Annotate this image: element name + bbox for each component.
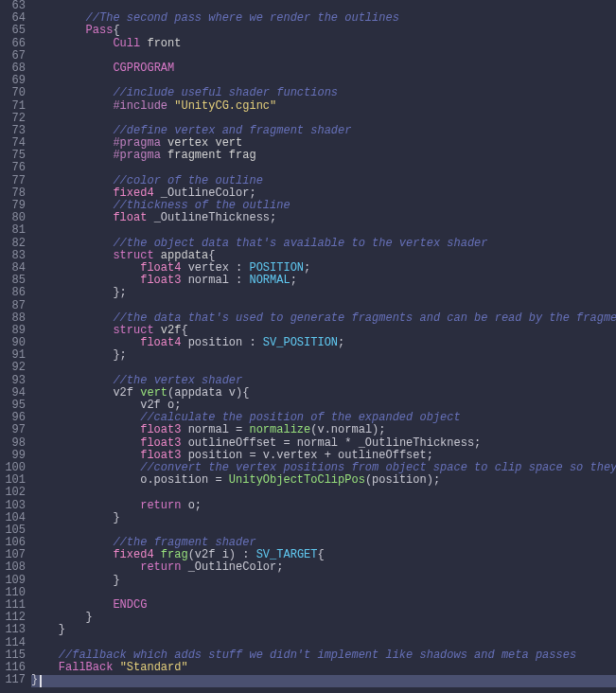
token-sp — [31, 249, 113, 262]
code-line[interactable] — [31, 637, 616, 649]
token-semantic: SV_POSITION — [263, 336, 338, 349]
code-line[interactable]: struct appdata{ — [31, 250, 616, 262]
code-line[interactable] — [31, 300, 616, 312]
code-line[interactable]: CGPROGRAM — [31, 62, 616, 75]
token-keyword: struct — [113, 249, 153, 262]
code-line[interactable]: ENDCG — [31, 599, 616, 612]
token-ident: vertex vert — [167, 136, 242, 150]
token-comment: //the data that's used to generate fragm… — [113, 311, 616, 325]
token-type: float3 — [140, 423, 181, 436]
token-sp — [31, 286, 113, 299]
code-line[interactable]: return _OutlineColor; — [31, 561, 616, 574]
line-number: 82 — [0, 238, 26, 250]
token-keyword: return — [140, 499, 181, 512]
code-line[interactable]: }; — [31, 287, 616, 299]
token-brace: } — [113, 511, 119, 524]
code-line[interactable]: return o; — [31, 500, 616, 512]
code-line[interactable]: float3 position = v.vertex + outlineOffs… — [31, 450, 616, 462]
token-func: normalize — [249, 423, 310, 436]
code-line[interactable]: o.position = UnityObjectToClipPos(positi… — [31, 474, 616, 487]
code-area[interactable]: //The second pass where we render the ou… — [31, 0, 616, 693]
code-line[interactable]: //include useful shader functions — [31, 87, 616, 99]
token-sp — [31, 211, 113, 224]
token-sp — [31, 436, 140, 450]
token-default: ; — [304, 261, 310, 275]
token-sp — [31, 499, 140, 512]
code-line[interactable] — [31, 162, 616, 174]
token-sp — [31, 237, 113, 250]
token-sp — [31, 574, 113, 587]
code-line[interactable]: float3 outlineOffset = normal * _Outline… — [31, 437, 616, 450]
code-line[interactable]: //fallback which adds stuff we didn't im… — [31, 649, 616, 662]
line-number: 72 — [0, 113, 26, 125]
token-default: ; — [290, 274, 297, 287]
token-default: (v.normal); — [310, 423, 385, 436]
code-editor[interactable]: 6364656667686970717273747576777879808182… — [0, 0, 616, 693]
code-line[interactable]: Pass{ — [31, 25, 616, 37]
token-sp — [31, 336, 140, 349]
code-line[interactable] — [31, 362, 616, 374]
token-default: normal = — [181, 423, 249, 436]
token-string: "Standard" — [120, 661, 188, 674]
code-line[interactable]: #pragma fragment frag — [31, 150, 616, 162]
token-ident: v2f — [161, 324, 182, 337]
token-comment: //The second pass where we render the ou… — [86, 11, 399, 25]
line-number: 66 — [0, 38, 26, 50]
code-line[interactable]: } — [31, 624, 616, 636]
token-keyword: CGPROGRAM — [113, 62, 174, 75]
code-line[interactable]: Cull front — [31, 38, 616, 50]
token-ident: front — [147, 37, 181, 50]
line-number: 93 — [0, 375, 26, 387]
line-number: 77 — [0, 175, 26, 187]
token-sp — [31, 374, 113, 387]
token-keyword: struct — [113, 324, 153, 337]
token-comment: //fallback which adds stuff we didn't im… — [59, 649, 576, 662]
code-line[interactable] — [31, 224, 616, 237]
code-line[interactable]: //the vertex shader — [31, 375, 616, 387]
line-number: 113 — [0, 624, 26, 636]
token-sp — [31, 187, 113, 200]
code-line[interactable]: #include "UnityCG.cginc" — [31, 100, 616, 113]
code-line[interactable] — [31, 113, 616, 125]
token-default — [113, 661, 119, 674]
line-number-gutter: 6364656667686970717273747576777879808182… — [0, 0, 31, 693]
code-line[interactable]: } — [31, 575, 616, 587]
token-default: _OutlineColor; — [181, 560, 283, 574]
code-line[interactable]: } — [31, 512, 616, 524]
line-number: 102 — [0, 487, 26, 499]
token-type: float4 — [140, 261, 181, 275]
token-brace: } — [113, 574, 119, 587]
token-type: float — [113, 211, 147, 224]
code-line[interactable]: float _OutlineThickness; — [31, 212, 616, 224]
token-sp — [31, 449, 140, 462]
token-semantic: POSITION — [249, 261, 304, 275]
token-default: (position); — [365, 473, 440, 487]
code-line[interactable] — [31, 50, 616, 62]
token-keyword: Pass — [86, 24, 114, 37]
line-number: 71 — [0, 100, 26, 113]
code-line[interactable]: float3 normal = normalize(v.normal); — [31, 424, 616, 436]
line-number: 103 — [0, 500, 26, 512]
token-sp — [31, 386, 113, 400]
line-number: 65 — [0, 25, 26, 37]
token-pragma: #pragma — [113, 149, 160, 162]
code-line[interactable]: //the object data that's available to th… — [31, 238, 616, 250]
token-sp — [31, 423, 140, 436]
token-type: float3 — [140, 449, 181, 462]
token-sp — [31, 623, 59, 636]
token-comment: //include useful shader functions — [113, 86, 338, 99]
token-sp — [31, 324, 113, 337]
token-sp — [31, 649, 59, 662]
code-line[interactable]: } — [31, 612, 616, 624]
code-line[interactable] — [31, 487, 616, 499]
code-line[interactable]: FallBack "Standard" — [31, 662, 616, 674]
token-brace: }; — [113, 286, 126, 299]
code-line[interactable]: //the data that's used to generate fragm… — [31, 312, 616, 325]
code-line[interactable]: }; — [31, 349, 616, 362]
token-sp — [31, 149, 113, 162]
token-sp — [31, 311, 113, 325]
code-line[interactable]: //color of the outline — [31, 175, 616, 187]
token-keyword: return — [140, 560, 181, 574]
token-comment: //thickness of the outline — [113, 199, 290, 212]
token-comment: //the object data that's available to th… — [113, 237, 487, 250]
